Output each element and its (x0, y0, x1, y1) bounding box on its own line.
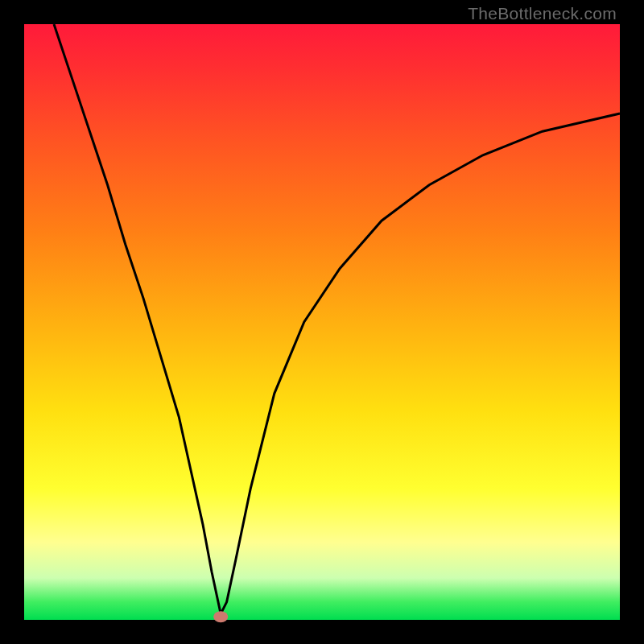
chart-container: TheBottleneck.com (0, 0, 644, 644)
plot-area (24, 24, 620, 620)
watermark-text: TheBottleneck.com (468, 4, 617, 23)
